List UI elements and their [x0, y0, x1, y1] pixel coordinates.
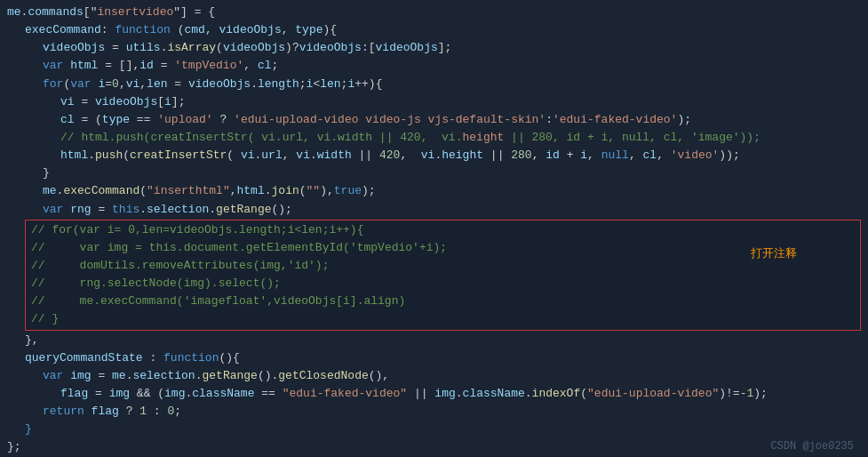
line-text-14: queryCommandState : function(){ [7, 349, 861, 367]
line-text-3: videoObjs = utils.isArray(videoObjs)?vid… [7, 39, 861, 57]
line-text-15: var img = me.selection.getRange().getClo… [7, 367, 861, 385]
commented-line-5: // me.execCommand('imagefloat',videoObjs… [26, 293, 860, 310]
footer-label: CSDN @joe0235 [770, 438, 854, 455]
commented-line-6: // } [26, 310, 860, 328]
line-text-2: execCommand: function (cmd, videoObjs, t… [7, 21, 861, 39]
code-line-6: vi = videoObjs[i]; [0, 93, 868, 111]
line-text-5: for(var i=0,vi,len = videoObjs.length;i<… [7, 76, 861, 93]
line-text-16: flag = img && (img.className == "edui-fa… [7, 385, 861, 403]
commented-code-block: // for(var i= 0,len=videoObjs.length;i<l… [25, 220, 861, 331]
line-text-6: vi = videoObjs[i]; [7, 93, 861, 111]
line-text-19: }; [7, 438, 861, 456]
code-line-1: me.commands["insertvideo"] = { [0, 4, 868, 21]
annotation-label: 打开注释 [751, 245, 797, 263]
line-text-17: return flag ? 1 : 0; [7, 403, 861, 421]
code-line-16: flag = img && (img.className == "edui-fa… [0, 385, 868, 403]
code-line-19: }; [0, 438, 868, 456]
code-line-2: execCommand: function (cmd, videoObjs, t… [0, 21, 868, 39]
code-line-9: html.push(creatInsertStr( vi.url, vi.wid… [0, 147, 868, 164]
line-text-13: }, [7, 332, 861, 349]
code-line-4: var html = [],id = 'tmpVedio', cl; [0, 57, 868, 75]
code-line-12: var rng = this.selection.getRange(); [0, 201, 868, 219]
line-text-18: } [7, 421, 861, 438]
line-text-11: me.execCommand("inserthtml",html.join(""… [7, 182, 861, 200]
line-text-1: me.commands["insertvideo"] = { [7, 4, 861, 21]
line-text-7: cl = (type == 'upload' ? 'edui-upload-vi… [7, 111, 861, 129]
line-text-8: // html.push(creatInsertStr( vi.url, vi.… [7, 129, 861, 147]
line-text-10: } [7, 164, 861, 182]
line-text-12: var rng = this.selection.getRange(); [7, 201, 861, 219]
code-line-15: var img = me.selection.getRange().getClo… [0, 367, 868, 385]
code-line-18: } [0, 421, 868, 438]
code-line-5: for(var i=0,vi,len = videoObjs.length;i<… [0, 76, 868, 93]
line-text-9: html.push(creatInsertStr( vi.url, vi.wid… [7, 147, 861, 164]
code-line-10: } [0, 164, 868, 182]
code-line-3: videoObjs = utils.isArray(videoObjs)?vid… [0, 39, 868, 57]
code-line-14: queryCommandState : function(){ [0, 349, 868, 367]
code-line-8: // html.push(creatInsertStr( vi.url, vi.… [0, 129, 868, 147]
line-text-4: var html = [],id = 'tmpVedio', cl; [7, 57, 861, 75]
code-line-11: me.execCommand("inserthtml",html.join(""… [0, 182, 868, 200]
commented-line-4: // rng.selectNode(img).select(); [26, 275, 860, 293]
commented-line-1: // for(var i= 0,len=videoObjs.length;i<l… [26, 221, 860, 239]
code-line-7: cl = (type == 'upload' ? 'edui-upload-vi… [0, 111, 868, 129]
commented-line-3: // domUtils.removeAttributes(img,'id'); [26, 257, 860, 275]
code-line-13: }, [0, 332, 868, 349]
code-editor: me.commands["insertvideo"] = { execComma… [0, 0, 868, 457]
code-line-17: return flag ? 1 : 0; [0, 403, 868, 421]
commented-line-2: // var img = this.document.getElementByI… [26, 239, 860, 257]
